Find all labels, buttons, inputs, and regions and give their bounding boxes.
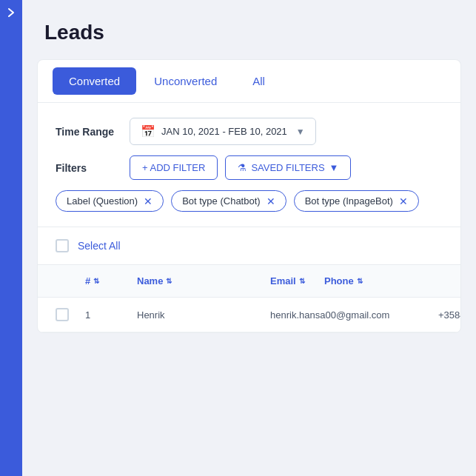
filters-row: Filters + ADD FILTER ⚗ SAVED FILTERS ▼ xyxy=(56,155,443,180)
chevron-down-icon: ▼ xyxy=(296,127,305,137)
header-email-label: Email xyxy=(270,275,296,286)
remove-bot-inpagebot-icon[interactable]: ✕ xyxy=(399,196,408,207)
sort-email-icon: ⇅ xyxy=(299,278,305,285)
row-name-col: Henrik xyxy=(137,308,270,321)
header-num-label: # xyxy=(85,275,90,286)
sort-name-icon: ⇅ xyxy=(166,278,172,285)
saved-filters-button[interactable]: ⚗ SAVED FILTERS ▼ xyxy=(225,155,351,180)
select-all-label[interactable]: Select All xyxy=(78,240,121,252)
sidebar-toggle[interactable] xyxy=(0,0,22,476)
filters-label: Filters xyxy=(56,162,130,174)
tab-converted[interactable]: Converted xyxy=(53,67,136,95)
tabs-row: Converted Unconverted All xyxy=(38,60,460,103)
row-name: Henrik xyxy=(137,309,165,321)
row-checkbox-col xyxy=(56,308,85,321)
filter-tag-bot-inpagebot-text: Bot type (InpageBot) xyxy=(305,195,393,207)
filter-tag-bot-inpagebot: Bot type (InpageBot) ✕ xyxy=(294,190,419,212)
main-content: Leads Converted Unconverted All Time Ran… xyxy=(22,0,476,476)
select-all-row: Select All xyxy=(38,227,460,265)
header-phone[interactable]: Phone ⇅ xyxy=(324,275,443,286)
filter-tag-label-question-text: Label (Question) xyxy=(67,195,138,207)
filter-tag-label-question: Label (Question) ✕ xyxy=(56,190,164,212)
header-name-label: Name xyxy=(137,275,163,286)
tab-unconverted[interactable]: Unconverted xyxy=(136,61,235,101)
row-num: 1 xyxy=(85,309,90,321)
remove-label-question-icon[interactable]: ✕ xyxy=(144,196,152,207)
header-name-col: Name ⇅ xyxy=(137,275,270,286)
header-phone-col: Phone ⇅ xyxy=(324,275,443,286)
sort-num-icon: ⇅ xyxy=(93,278,99,285)
table-header: # ⇅ Name ⇅ Email ⇅ Phone ⇅ xyxy=(38,265,460,298)
filter-tag-bot-chatbot: Bot type (Chatbot) ✕ xyxy=(171,190,286,212)
time-range-label: Time Range xyxy=(56,126,130,138)
leads-card: Converted Unconverted All Time Range 📅 J… xyxy=(37,59,461,333)
row-phone: +358407707838 xyxy=(438,309,461,321)
header-email-col: Email ⇅ xyxy=(270,275,324,286)
sort-phone-icon: ⇅ xyxy=(357,278,363,285)
date-range-value: JAN 10, 2021 - FEB 10, 2021 xyxy=(161,126,287,137)
funnel-icon: ⚗ xyxy=(238,162,247,173)
row-num-col: 1 xyxy=(85,308,137,321)
remove-bot-chatbot-icon[interactable]: ✕ xyxy=(267,196,275,207)
table-row: 1 Henrik henrik.hansa00@gmail.com +35840… xyxy=(38,298,460,332)
row-checkbox[interactable] xyxy=(56,308,69,321)
saved-filters-chevron-icon: ▼ xyxy=(329,162,339,173)
filter-buttons: + ADD FILTER ⚗ SAVED FILTERS ▼ xyxy=(130,155,351,180)
header-name[interactable]: Name ⇅ xyxy=(137,275,270,286)
filters-section: Time Range 📅 JAN 10, 2021 - FEB 10, 2021… xyxy=(38,103,460,227)
saved-filters-label: SAVED FILTERS xyxy=(251,162,324,173)
header-num[interactable]: # ⇅ xyxy=(85,275,137,286)
time-range-row: Time Range 📅 JAN 10, 2021 - FEB 10, 2021… xyxy=(56,118,443,145)
page-header: Leads xyxy=(22,0,476,59)
calendar-icon: 📅 xyxy=(141,124,155,138)
header-email[interactable]: Email ⇅ xyxy=(270,275,324,286)
row-phone-col: +358407707838 xyxy=(389,308,461,321)
row-email: henrik.hansa00@gmail.com xyxy=(270,309,389,321)
active-filters: Label (Question) ✕ Bot type (Chatbot) ✕ … xyxy=(56,190,443,212)
add-filter-button[interactable]: + ADD FILTER xyxy=(130,155,218,180)
row-email-col: henrik.hansa00@gmail.com xyxy=(270,308,389,321)
page-title: Leads xyxy=(44,21,454,44)
filter-tag-bot-chatbot-text: Bot type (Chatbot) xyxy=(182,195,261,207)
select-all-checkbox[interactable] xyxy=(56,239,69,252)
date-picker-button[interactable]: 📅 JAN 10, 2021 - FEB 10, 2021 ▼ xyxy=(130,118,316,145)
tab-all[interactable]: All xyxy=(235,61,283,101)
header-num-col: # ⇅ xyxy=(85,275,137,286)
header-phone-label: Phone xyxy=(324,275,354,286)
